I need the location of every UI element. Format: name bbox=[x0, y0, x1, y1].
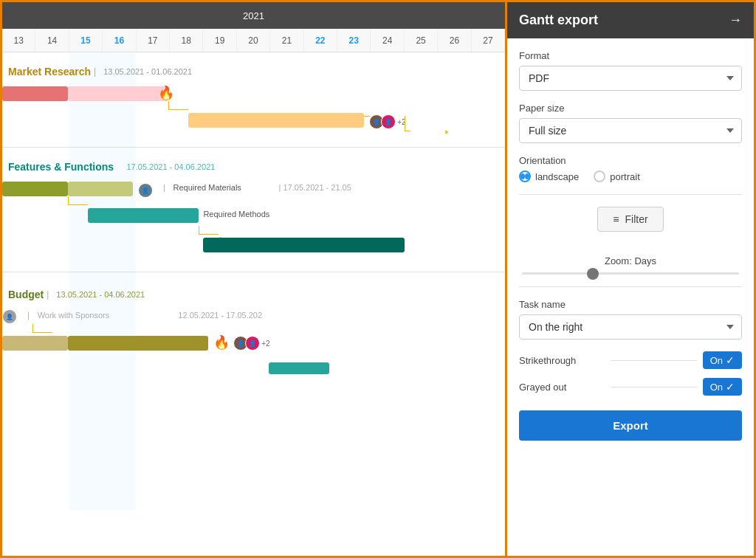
gantt-area: 2021 13 14 15 16 17 18 19 20 21 22 23 24… bbox=[0, 0, 505, 558]
avatar-2: 👤 bbox=[381, 114, 396, 129]
date-13: 13 bbox=[2, 29, 35, 52]
format-label: Format bbox=[519, 50, 742, 61]
task-name-group: Task name On the right On the left Hidde… bbox=[519, 299, 742, 340]
strikethrough-row: Strikethrough On ✓ bbox=[519, 351, 742, 369]
budget-section: Budget | 13.05.2021 - 04.06.2021 👤 | Wor… bbox=[2, 281, 505, 385]
avatar-4: 👤 bbox=[2, 309, 17, 324]
bar-red-light-1 bbox=[68, 86, 168, 101]
gantt-dates-row: 13 14 15 16 17 18 19 20 21 22 23 24 25 2… bbox=[2, 29, 505, 52]
paper-size-select[interactable]: Full size A4 A3 Letter bbox=[519, 118, 742, 143]
zoom-section: Zoom: Days bbox=[519, 255, 742, 275]
strikethrough-value: On bbox=[710, 355, 723, 366]
right-panel: Gantt export → Format PDF PNG SVG Paper … bbox=[505, 0, 756, 558]
required-materials-dates: 17.05.2021 - 21.05 bbox=[283, 183, 351, 192]
avatar-group-1: 👤 👤 +2 bbox=[369, 114, 405, 129]
bar-sand-1 bbox=[2, 336, 68, 351]
features-section: Features & Functions 17.05.2021 - 04.06.… bbox=[2, 154, 505, 263]
zoom-track bbox=[522, 272, 739, 275]
date-16: 16 bbox=[103, 29, 136, 52]
filter-icon: ≡ bbox=[613, 213, 619, 225]
date-27: 27 bbox=[472, 29, 505, 52]
grayed-out-value: On bbox=[710, 382, 723, 393]
market-research-section: Market Research | 13.05.2021 - 01.06.202… bbox=[2, 58, 505, 141]
filter-label: Filter bbox=[625, 213, 648, 225]
avatar-group-2: 👤 bbox=[138, 183, 153, 198]
orientation-group: Orientation landscape portrait bbox=[519, 155, 742, 182]
date-25: 25 bbox=[405, 29, 438, 52]
panel-title: Gantt export bbox=[519, 13, 598, 28]
filter-button[interactable]: ≡ Filter bbox=[597, 207, 663, 232]
date-23: 23 bbox=[337, 29, 371, 52]
bar-teal-2 bbox=[269, 362, 329, 374]
zoom-label: Zoom: Days bbox=[519, 255, 742, 266]
date-19: 19 bbox=[203, 29, 236, 52]
grayed-out-label: Grayed out bbox=[519, 382, 605, 393]
gantt-body: Market Research | 13.05.2021 - 01.06.202… bbox=[2, 52, 505, 510]
gantt-header: 2021 bbox=[2, 2, 505, 29]
work-sponsors-dates: 12.05.2021 - 17.05.202 bbox=[178, 311, 262, 320]
format-group: Format PDF PNG SVG bbox=[519, 50, 742, 91]
panel-body: Format PDF PNG SVG Paper size Full size … bbox=[507, 38, 754, 556]
avatar-3: 👤 bbox=[138, 183, 153, 198]
main-container: 2021 13 14 15 16 17 18 19 20 21 22 23 24… bbox=[0, 0, 756, 558]
budget-bar-row-1: 🔥 👤 👤 +2 bbox=[2, 333, 505, 356]
flame-icon-2: 🔥 bbox=[213, 334, 230, 351]
bar-olive-light-1 bbox=[68, 182, 134, 196]
date-15: 15 bbox=[69, 29, 103, 52]
strikethrough-line bbox=[611, 360, 696, 361]
dark-teal-bar-row bbox=[2, 235, 505, 258]
panel-header: Gantt export → bbox=[507, 2, 754, 38]
export-button[interactable]: Export bbox=[519, 410, 742, 441]
bar-red-1 bbox=[2, 86, 68, 101]
budget-teal-bar bbox=[2, 359, 505, 380]
strikethrough-check-icon: ✓ bbox=[726, 354, 735, 366]
required-materials-label: Required Materials bbox=[173, 183, 241, 192]
date-20: 20 bbox=[237, 29, 270, 52]
zoom-thumb[interactable] bbox=[587, 268, 599, 280]
panel-arrow[interactable]: → bbox=[729, 13, 742, 28]
date-14: 14 bbox=[35, 29, 69, 52]
grayed-out-check-icon: ✓ bbox=[726, 381, 735, 393]
budget-title: Budget bbox=[8, 289, 44, 300]
budget-header: Budget | 13.05.2021 - 04.06.2021 bbox=[2, 284, 505, 305]
orientation-row: landscape portrait bbox=[519, 170, 742, 182]
landscape-option[interactable]: landscape bbox=[519, 170, 579, 182]
separator-2 bbox=[2, 272, 505, 272]
market-research-dates: 13.05.2021 - 01.06.2021 bbox=[103, 67, 192, 76]
format-select[interactable]: PDF PNG SVG bbox=[519, 66, 742, 91]
divider-2 bbox=[519, 286, 742, 287]
date-18: 18 bbox=[170, 29, 203, 52]
divider-1 bbox=[519, 194, 742, 195]
grayed-out-line bbox=[611, 387, 696, 388]
work-sponsors-label: Work with Sponsors bbox=[38, 311, 110, 320]
bar-dark-teal-1 bbox=[203, 238, 404, 252]
date-24: 24 bbox=[371, 29, 404, 52]
grayed-out-row: Grayed out On ✓ bbox=[519, 378, 742, 396]
grayed-out-toggle[interactable]: On ✓ bbox=[703, 378, 742, 396]
avatar-6: 👤 bbox=[245, 336, 260, 351]
portrait-option[interactable]: portrait bbox=[594, 170, 639, 182]
date-26: 26 bbox=[438, 29, 471, 52]
task-name-select[interactable]: On the right On the left Hidden bbox=[519, 314, 742, 340]
features-dates: 17.05.2021 - 04.06.2021 bbox=[126, 162, 215, 171]
bar-yellow-olive-1 bbox=[68, 336, 209, 351]
features-title: Features & Functions bbox=[8, 161, 114, 173]
filter-container: ≡ Filter bbox=[519, 207, 742, 244]
date-21: 21 bbox=[270, 29, 303, 52]
strikethrough-label: Strikethrough bbox=[519, 355, 605, 366]
paper-size-group: Paper size Full size A4 A3 Letter bbox=[519, 103, 742, 143]
strikethrough-toggle[interactable]: On ✓ bbox=[703, 351, 742, 369]
separator-1 bbox=[2, 147, 505, 148]
plus-badge-2: +2 bbox=[261, 340, 269, 348]
zoom-slider-container bbox=[519, 272, 742, 275]
orientation-label: Orientation bbox=[519, 155, 742, 166]
landscape-radio[interactable] bbox=[519, 170, 531, 182]
avatar-group-4: 👤 👤 +2 bbox=[233, 336, 269, 351]
paper-size-label: Paper size bbox=[519, 103, 742, 114]
orange-bar-row: 👤 👤 +2 bbox=[2, 110, 505, 137]
market-research-bar-row: 🔥 bbox=[2, 83, 505, 107]
gantt-year: 2021 bbox=[243, 10, 264, 21]
landscape-radio-fill bbox=[520, 173, 525, 179]
required-methods-label: Required Methods bbox=[203, 210, 269, 218]
portrait-radio[interactable] bbox=[594, 170, 605, 182]
